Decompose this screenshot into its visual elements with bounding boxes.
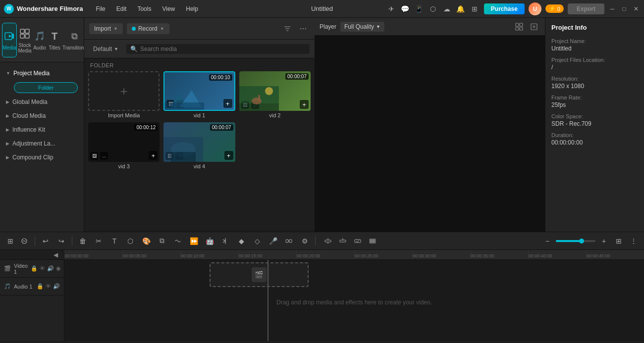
color-icon[interactable]: 🎨 <box>140 235 153 247</box>
search-input-wrap: 🔍 <box>126 44 310 54</box>
frame-rate-value: 25fps <box>551 101 638 108</box>
grid-icon[interactable]: ⊞ <box>469 3 480 14</box>
audio-eye-icon[interactable]: 👁 <box>46 283 51 290</box>
tool-transitions-label: Transitions <box>62 45 87 50</box>
more-options-icon[interactable]: ⋯ <box>297 22 310 35</box>
zoom-slider[interactable] <box>556 240 595 242</box>
sidebar-item-adjustment-la[interactable]: ▶ Adjustment La... <box>0 137 84 150</box>
vid2-add-icon[interactable]: + <box>300 100 309 109</box>
track-add-controls <box>322 235 379 247</box>
zoom-out-icon[interactable]: − <box>541 235 554 247</box>
close-button[interactable]: ✕ <box>632 5 640 13</box>
add-audio-track-icon[interactable] <box>336 235 349 247</box>
media-item-vid2[interactable]: 00:00:07 🖼 ... + <box>239 71 311 118</box>
phone-icon[interactable]: 📱 <box>414 3 425 14</box>
transition-icon[interactable]: ⧉ <box>156 235 168 247</box>
sidebar-item-cloud-media[interactable]: ▶ Cloud Media <box>0 109 84 123</box>
app-logo-icon: W <box>4 4 14 14</box>
filter-settings-icon[interactable] <box>281 22 294 35</box>
nav-folder[interactable]: Folder <box>14 82 78 93</box>
user-avatar[interactable]: U <box>529 2 541 15</box>
duration-value: 00:00:00:00 <box>551 139 638 146</box>
tool-titles[interactable]: T Titles <box>48 23 61 57</box>
ruler-mark-4: 00:00:20:00 <box>296 250 321 259</box>
purchase-button[interactable]: Purchase <box>484 3 525 14</box>
zoom-in-icon[interactable]: + <box>597 235 610 247</box>
vid4-add-icon[interactable]: + <box>224 151 233 160</box>
timeline-ruler[interactable]: 00:00:00:00 00:00:05:00 00:00:10:00 00:0… <box>64 250 644 260</box>
media-item-vid4[interactable]: 00:00:07 🖼 ... + vid 4 <box>163 122 235 169</box>
crop-icon[interactable]: ⬡ <box>124 235 137 247</box>
ai-tools-icon[interactable]: 🤖 <box>203 235 216 247</box>
tool-transitions[interactable]: ⧉ Transitions <box>62 23 87 57</box>
svg-rect-31 <box>325 240 331 242</box>
vid3-add-icon[interactable]: + <box>149 151 158 160</box>
record-voice-icon[interactable]: 🎤 <box>267 235 279 247</box>
more-options-tl-icon[interactable]: ⋮ <box>627 235 640 247</box>
quality-dropdown[interactable]: Full Quality ▼ <box>340 22 384 32</box>
delete-icon[interactable]: 🗑 <box>76 235 89 247</box>
tool-media[interactable]: Media <box>2 23 17 57</box>
split-icon[interactable] <box>219 235 232 247</box>
add-video-track-icon[interactable] <box>322 235 334 247</box>
speed-icon[interactable]: ⏩ <box>187 235 200 247</box>
video-eye-icon[interactable]: 👁 <box>40 265 45 272</box>
menu-file[interactable]: File <box>91 3 110 14</box>
collapse-timeline-icon[interactable]: ◀ <box>49 248 62 261</box>
vid1-add-icon[interactable]: + <box>223 99 232 108</box>
sidebar-item-influence-kit[interactable]: ▶ Influence Kit <box>0 123 84 137</box>
marker-icon[interactable]: ◆ <box>235 235 248 247</box>
grid-view-icon[interactable] <box>513 21 525 33</box>
import-media-item[interactable]: + Import Media <box>88 71 160 118</box>
minimize-button[interactable]: ─ <box>608 5 616 13</box>
menu-view[interactable]: View <box>157 3 180 14</box>
media-item-vid1[interactable]: 00:00:10 🖼 ... + vid 1 <box>163 71 235 118</box>
sidebar-item-project-media[interactable]: ▼ Project Media <box>0 66 84 80</box>
transitions-icon: ⧉ <box>67 29 81 43</box>
audio-speaker-icon[interactable]: 🔊 <box>53 283 60 290</box>
cut-icon[interactable]: ✂ <box>92 235 105 247</box>
menu-tools[interactable]: Tools <box>132 3 156 14</box>
timeline-options-icon[interactable] <box>366 235 379 247</box>
menu-edit[interactable]: Edit <box>111 3 132 14</box>
vid2-duration: 00:00:07 <box>285 73 309 80</box>
video-speaker-icon[interactable]: 🔊 <box>47 265 54 272</box>
sidebar-item-global-media[interactable]: ▶ Global Media <box>0 95 84 109</box>
text-icon[interactable]: T <box>108 235 121 247</box>
ripple-delete-icon[interactable] <box>18 235 31 247</box>
timeline-track-labels: ◀ 🎬 Video 1 🔒 👁 🔊 ◉ 🎵 Audio 1 🔒 👁 🔊 <box>0 250 64 341</box>
audio-lock-icon[interactable]: 🔒 <box>37 283 44 290</box>
maximize-button[interactable]: □ <box>620 5 628 13</box>
audio-track-icon[interactable] <box>171 235 184 247</box>
expand-icon[interactable] <box>528 21 540 33</box>
chat-icon[interactable]: 💬 <box>400 3 411 14</box>
import-button[interactable]: Import ▼ <box>89 23 123 34</box>
group-icon[interactable]: ⊞ <box>4 235 17 247</box>
media-item-vid3[interactable]: 00:00:12 🖼 ... + vid 3 <box>88 122 160 169</box>
tool-stock[interactable]: Stock Media <box>18 23 32 57</box>
record-button[interactable]: Record ▼ <box>127 23 169 34</box>
search-input[interactable] <box>140 46 306 52</box>
video-mute-icon[interactable]: ◉ <box>56 265 61 272</box>
keyframe-icon[interactable]: ◇ <box>251 235 264 247</box>
timeline-tracks[interactable]: 🎬 Drag and drop media and effects here t… <box>64 260 644 341</box>
sidebar-item-compound-clip[interactable]: ▶ Compound Clip <box>0 150 84 164</box>
share-icon[interactable]: ⬡ <box>428 3 438 14</box>
video-lock-icon[interactable]: 🔒 <box>31 265 38 272</box>
bell-icon[interactable]: 🔔 <box>455 3 466 14</box>
import-placeholder[interactable]: + <box>88 71 160 111</box>
redo-icon[interactable]: ↪ <box>55 235 68 247</box>
export-button[interactable]: Export <box>568 3 604 14</box>
cloud-icon[interactable]: ☁ <box>441 3 452 14</box>
svg-rect-30 <box>289 240 292 243</box>
send-icon[interactable]: ✈ <box>386 3 397 14</box>
ai-track-icon[interactable] <box>351 235 364 247</box>
tool-audio[interactable]: 🎵 Audio <box>33 23 47 57</box>
snap-icon[interactable] <box>282 235 295 247</box>
layout-options-icon[interactable]: ⊞ <box>612 235 625 247</box>
sort-dropdown[interactable]: Default ▼ <box>89 44 122 54</box>
tl-settings-icon[interactable]: ⚙ <box>298 235 311 247</box>
undo-icon[interactable]: ↩ <box>39 235 52 247</box>
zoom-dot <box>579 239 584 244</box>
menu-help[interactable]: Help <box>181 3 203 14</box>
